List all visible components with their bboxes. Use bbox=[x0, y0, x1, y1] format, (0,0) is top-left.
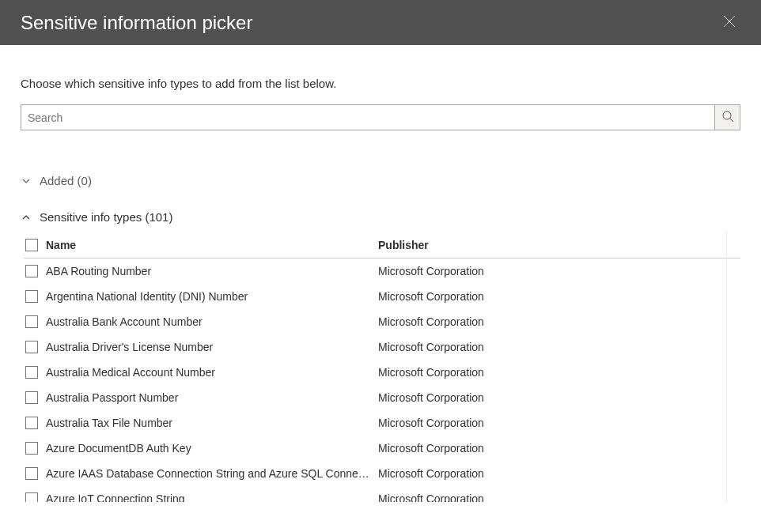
table-row[interactable]: Azure IAAS Database Connection String an… bbox=[24, 461, 740, 486]
close-icon bbox=[723, 15, 736, 31]
chevron-up-icon bbox=[21, 212, 32, 223]
table-row[interactable]: Australia Driver's License NumberMicroso… bbox=[24, 334, 740, 360]
select-all-checkbox[interactable] bbox=[25, 239, 38, 251]
row-name: Australia Driver's License Number bbox=[46, 341, 378, 353]
row-publisher: Microsoft Corporation bbox=[378, 315, 740, 328]
svg-line-3 bbox=[730, 119, 733, 122]
table-body[interactable]: ABA Routing NumberMicrosoft CorporationA… bbox=[24, 258, 740, 502]
row-publisher: Microsoft Corporation bbox=[378, 391, 740, 404]
row-check-cell bbox=[24, 366, 46, 379]
instructions-text: Choose which sensitive info types to add… bbox=[21, 77, 740, 90]
row-checkbox[interactable] bbox=[25, 391, 38, 404]
row-name: Argentina National Identity (DNI) Number bbox=[46, 290, 378, 303]
row-check-cell bbox=[24, 417, 46, 429]
row-check-cell bbox=[24, 265, 46, 277]
chevron-down-icon bbox=[21, 175, 32, 187]
row-check-cell bbox=[24, 492, 46, 502]
dialog-title: Sensitive information picker bbox=[21, 12, 252, 34]
row-checkbox[interactable] bbox=[25, 492, 38, 502]
row-check-cell bbox=[24, 341, 46, 353]
row-publisher: Microsoft Corporation bbox=[378, 290, 740, 303]
search-input[interactable] bbox=[21, 104, 714, 130]
row-name: Australia Tax File Number bbox=[46, 417, 378, 429]
row-publisher: Microsoft Corporation bbox=[378, 417, 740, 429]
dialog-header: Sensitive information picker bbox=[0, 0, 761, 45]
row-publisher: Microsoft Corporation bbox=[378, 265, 740, 277]
table-row[interactable]: Argentina National Identity (DNI) Number… bbox=[24, 284, 740, 309]
table-row[interactable]: Australia Medical Account NumberMicrosof… bbox=[24, 360, 740, 385]
table-row[interactable]: Australia Passport NumberMicrosoft Corpo… bbox=[24, 385, 740, 410]
row-name: Azure IoT Connection String bbox=[46, 492, 378, 502]
section-types-header[interactable]: Sensitive info types (101) bbox=[21, 210, 740, 224]
row-check-cell bbox=[24, 467, 46, 480]
close-button[interactable] bbox=[717, 10, 742, 36]
row-check-cell bbox=[24, 315, 46, 328]
row-name: ABA Routing Number bbox=[46, 265, 378, 277]
row-name: Azure IAAS Database Connection String an… bbox=[46, 467, 378, 480]
row-checkbox[interactable] bbox=[25, 366, 38, 379]
row-checkbox[interactable] bbox=[25, 265, 38, 277]
row-checkbox[interactable] bbox=[25, 417, 38, 429]
row-check-cell bbox=[24, 442, 46, 455]
row-checkbox[interactable] bbox=[25, 467, 38, 480]
row-publisher: Microsoft Corporation bbox=[378, 467, 740, 480]
row-checkbox[interactable] bbox=[25, 290, 38, 303]
row-checkbox[interactable] bbox=[25, 315, 38, 328]
row-publisher: Microsoft Corporation bbox=[378, 492, 740, 502]
row-checkbox[interactable] bbox=[25, 341, 38, 353]
search-icon bbox=[721, 110, 734, 126]
table-row[interactable]: Australia Tax File NumberMicrosoft Corpo… bbox=[24, 410, 740, 436]
section-added-label: Added (0) bbox=[40, 174, 92, 187]
section-types-label: Sensitive info types (101) bbox=[40, 210, 172, 224]
row-checkbox[interactable] bbox=[25, 442, 38, 455]
table-row[interactable]: Azure DocumentDB Auth KeyMicrosoft Corpo… bbox=[24, 436, 740, 461]
select-all-cell bbox=[24, 239, 46, 251]
dialog-body: Choose which sensitive info types to add… bbox=[0, 45, 761, 502]
row-check-cell bbox=[24, 290, 46, 303]
row-publisher: Microsoft Corporation bbox=[378, 341, 740, 353]
table-header-row: Name Publisher bbox=[24, 232, 740, 258]
row-publisher: Microsoft Corporation bbox=[378, 442, 740, 455]
column-header-publisher[interactable]: Publisher bbox=[378, 239, 740, 251]
section-added-header[interactable]: Added (0) bbox=[21, 174, 740, 187]
row-publisher: Microsoft Corporation bbox=[378, 366, 740, 379]
row-check-cell bbox=[24, 391, 46, 404]
types-table: Name Publisher ABA Routing NumberMicroso… bbox=[24, 232, 740, 502]
row-name: Australia Bank Account Number bbox=[46, 315, 378, 328]
table-row[interactable]: ABA Routing NumberMicrosoft Corporation bbox=[24, 258, 740, 284]
search-row bbox=[21, 104, 740, 130]
search-button[interactable] bbox=[714, 104, 740, 130]
column-header-name[interactable]: Name bbox=[46, 239, 378, 251]
row-name: Australia Passport Number bbox=[46, 391, 378, 404]
svg-point-2 bbox=[723, 111, 731, 119]
row-name: Australia Medical Account Number bbox=[46, 366, 378, 379]
table-row[interactable]: Australia Bank Account NumberMicrosoft C… bbox=[24, 309, 740, 334]
sections: Added (0) Sensitive info types (101) Nam… bbox=[21, 174, 740, 502]
row-name: Azure DocumentDB Auth Key bbox=[46, 442, 378, 455]
table-row[interactable]: Azure IoT Connection StringMicrosoft Cor… bbox=[24, 486, 740, 502]
